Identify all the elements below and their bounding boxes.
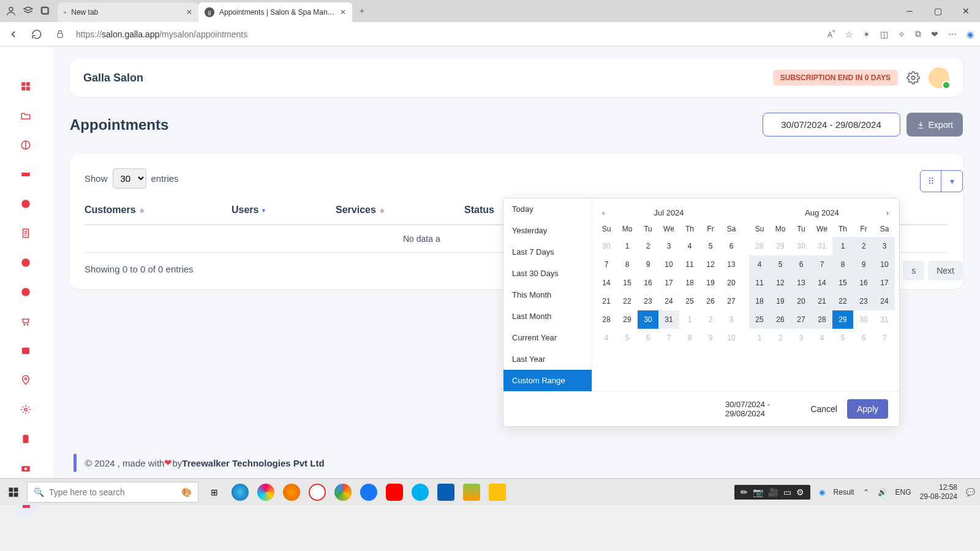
calendar-left: ‹Jul 2024 SuMoTuWeThFrSa 301234567891011… [592, 198, 745, 391]
document-icon[interactable] [20, 228, 32, 240]
split-icon[interactable]: ◫ [880, 29, 888, 39]
start-button[interactable] [0, 479, 27, 506]
export-button[interactable]: Export [907, 113, 963, 137]
contact-icon[interactable] [20, 345, 32, 358]
lang-indicator[interactable]: ENG [895, 488, 911, 497]
more-icon[interactable]: ⋯ [948, 29, 957, 39]
skype-icon[interactable] [412, 484, 429, 501]
addpage-icon[interactable]: ⧉ [915, 29, 921, 39]
preset-custom[interactable]: Custom Range [503, 370, 592, 391]
app-footer: © 2024 , made with ❤ by Treewalker Techn… [53, 448, 345, 478]
cancel-button[interactable]: Cancel [810, 404, 837, 414]
explorer-icon[interactable] [489, 484, 506, 501]
settings-icon[interactable] [20, 404, 32, 416]
edge-icon[interactable] [232, 484, 249, 501]
volume-icon[interactable]: 🔊 [878, 488, 887, 497]
firefox-icon[interactable] [283, 484, 300, 501]
tab-actions-icon[interactable] [37, 2, 54, 20]
tab-title: Appointments | Salon & Spa Man… [219, 8, 335, 17]
tab-title: New tab [71, 8, 98, 17]
filter-icon[interactable]: ▾ [941, 171, 962, 192]
browser-addressbar: https://salon.galla.app/mysalon/appointm… [0, 22, 980, 47]
page-header: Appointments 30/07/2024 - 29/08/2024 Exp… [70, 113, 963, 137]
app-icon[interactable] [463, 484, 480, 501]
tray-controls[interactable]: ✏📷🎥▭⚙ [734, 485, 810, 500]
refresh-button[interactable] [29, 27, 44, 42]
chrome-icon[interactable] [334, 484, 352, 501]
result-icon[interactable]: ◉ [819, 488, 825, 497]
app-viewport: Galla Salon SUBSCRIPTION END IN 0 DAYS A… [0, 47, 980, 478]
report-icon[interactable] [20, 433, 32, 446]
collections-icon[interactable]: ✧ [898, 29, 905, 39]
preset-last7[interactable]: Last 7 Days [503, 241, 592, 263]
back-button[interactable] [6, 27, 21, 42]
taskview-icon[interactable]: ⊞ [206, 484, 223, 501]
record-icon[interactable] [309, 484, 326, 501]
notifications-icon[interactable]: 💬 [966, 488, 975, 497]
apply-button[interactable]: Apply [847, 399, 888, 419]
calendar-aug-days[interactable]: 2829303112345678910111213141516171819202… [749, 237, 895, 347]
site-info-icon[interactable] [53, 27, 67, 42]
preset-lastmonth[interactable]: Last Month [503, 305, 592, 327]
browser-titlebar: ▫ New tab ✕ g Appointments | Salon & Spa… [0, 0, 980, 22]
minimize-button[interactable]: ─ [895, 0, 924, 22]
grid-view-icon[interactable]: ⠿ [921, 171, 941, 192]
url-field[interactable]: https://salon.galla.app/mysalon/appointm… [76, 29, 819, 39]
close-icon[interactable]: ✕ [186, 8, 192, 17]
col-customers[interactable]: Customers◆ [85, 204, 232, 216]
date-range-input[interactable]: 30/07/2024 - 29/08/2024 [763, 113, 900, 137]
browser-tabs: ▫ New tab ✕ g Appointments | Salon & Spa… [58, 0, 372, 22]
svg-point-21 [24, 468, 28, 471]
preset-today[interactable]: Today [503, 198, 592, 220]
svg-point-14 [24, 324, 25, 326]
col-users[interactable]: Users▾ [232, 204, 336, 216]
preset-yesterday[interactable]: Yesterday [503, 220, 592, 241]
youtube-icon[interactable] [386, 484, 403, 501]
circle-icon[interactable] [20, 140, 32, 152]
preset-currentyear[interactable]: Current Year [503, 327, 592, 348]
taskbar-search[interactable]: 🔍 Type here to search 🎨 [27, 482, 198, 503]
forward-icon[interactable] [20, 287, 32, 299]
user-icon[interactable] [20, 198, 32, 211]
company-link[interactable]: Treewalker Technologies Pvt Ltd [182, 458, 324, 468]
copilot-icon[interactable]: ◉ [967, 29, 974, 39]
cart-icon[interactable] [20, 316, 32, 328]
ticket-icon[interactable] [20, 169, 32, 181]
preset-lastyear[interactable]: Last Year [503, 348, 592, 370]
window-controls: ─ ▢ ✕ [895, 0, 980, 22]
favorite-icon[interactable]: ☆ [845, 29, 853, 39]
next-month-icon[interactable]: › [886, 208, 889, 217]
user-avatar[interactable] [929, 67, 949, 88]
chevron-up-icon[interactable]: ⌃ [863, 488, 869, 497]
store-icon[interactable] [437, 484, 454, 501]
workspaces-icon[interactable] [20, 2, 37, 20]
calendar-july-days[interactable]: 3012345678910111213141516171819202122232… [596, 237, 742, 347]
tab-appointments[interactable]: g Appointments | Salon & Spa Man… ✕ [198, 2, 352, 22]
prev-month-icon[interactable]: ‹ [602, 208, 605, 217]
close-icon[interactable]: ✕ [340, 8, 346, 17]
dashboard-icon[interactable] [20, 81, 32, 93]
gear-icon[interactable] [907, 71, 920, 84]
footer-accent [74, 454, 77, 472]
shopping-icon[interactable]: ❤ [931, 29, 938, 39]
extensions-icon[interactable]: ✴ [863, 29, 870, 39]
tab-newtab[interactable]: ▫ New tab ✕ [58, 2, 198, 22]
preset-last30[interactable]: Last 30 Days [503, 263, 592, 284]
clock[interactable]: 12:58 29-08-2024 [920, 483, 957, 501]
facebook-icon[interactable] [360, 484, 377, 501]
pager-next[interactable]: Next [928, 261, 963, 280]
user2-icon[interactable] [20, 257, 32, 269]
camera-icon[interactable] [20, 463, 32, 475]
close-button[interactable]: ✕ [952, 0, 980, 22]
folder-icon[interactable] [20, 110, 32, 122]
location-icon[interactable] [20, 375, 32, 387]
copilot-icon[interactable] [257, 484, 274, 501]
new-tab-button[interactable]: ＋ [352, 0, 372, 22]
col-services[interactable]: Services◆ [336, 204, 464, 216]
entries-select[interactable]: 30 [113, 168, 146, 189]
preset-thismonth[interactable]: This Month [503, 284, 592, 305]
pager-prev[interactable]: s [903, 261, 924, 280]
text-size-icon[interactable]: Aᴺ [827, 29, 835, 39]
profile-icon[interactable] [2, 2, 20, 20]
maximize-button[interactable]: ▢ [924, 0, 952, 22]
